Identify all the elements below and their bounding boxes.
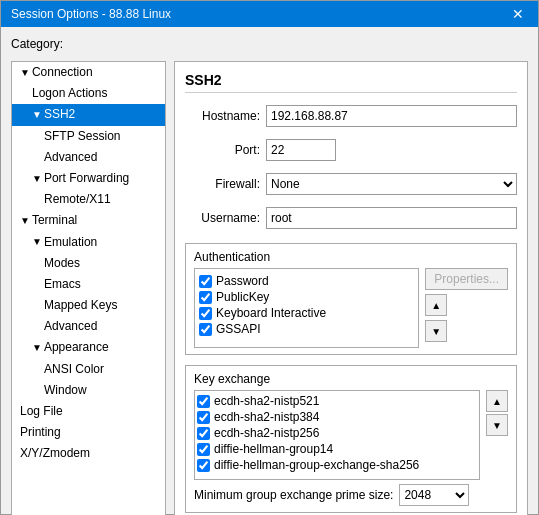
key-item-diffie-hellman-group-exchange-sha256[interactable]: diffie-hellman-group-exchange-sha256 (197, 457, 477, 473)
sidebar-item-mapped-keys[interactable]: Mapped Keys (12, 295, 165, 316)
auth-area: PasswordPublicKeyKeyboard InteractiveGSS… (194, 268, 508, 348)
key-label-ecdh-sha2-nistp384: ecdh-sha2-nistp384 (214, 410, 319, 424)
sidebar-item-terminal[interactable]: ▼Terminal (12, 210, 165, 231)
sidebar-item-remote-x11[interactable]: Remote/X11 (12, 189, 165, 210)
sidebar-item-label-ssh2: SSH2 (44, 105, 75, 124)
sidebar-item-label-printing: Printing (20, 423, 61, 442)
sidebar-item-connection[interactable]: ▼Connection (12, 62, 165, 83)
username-input[interactable] (266, 207, 517, 229)
auth-down-button[interactable]: ▼ (425, 320, 447, 342)
sidebar-item-printing[interactable]: Printing (12, 422, 165, 443)
auth-label-keyboard-interactive: Keyboard Interactive (216, 306, 326, 320)
key-checkbox-ecdh-sha2-nistp384[interactable] (197, 411, 210, 424)
sidebar-item-label-remote-x11: Remote/X11 (44, 190, 111, 209)
min-group-label: Minimum group exchange prime size: (194, 488, 393, 502)
key-item-ecdh-sha2-nistp256[interactable]: ecdh-sha2-nistp256 (197, 425, 477, 441)
sidebar-item-label-logon-actions: Logon Actions (32, 84, 107, 103)
min-group-select[interactable]: 102420484096 (399, 484, 469, 506)
auth-list: PasswordPublicKeyKeyboard InteractiveGSS… (194, 268, 419, 348)
auth-checkbox-publickey[interactable] (199, 291, 212, 304)
main-panel: SSH2 Hostname: Port: Firewall: NoneSOCKS… (174, 61, 528, 515)
sidebar-item-sftp-session[interactable]: SFTP Session (12, 126, 165, 147)
sidebar-item-modes[interactable]: Modes (12, 253, 165, 274)
port-input[interactable] (266, 139, 336, 161)
firewall-row: Firewall: NoneSOCKS5HTTP (185, 173, 517, 195)
hostname-input[interactable] (266, 105, 517, 127)
sidebar-item-label-terminal: Terminal (32, 211, 77, 230)
key-item-ecdh-sha2-nistp521[interactable]: ecdh-sha2-nistp521 (197, 393, 477, 409)
sidebar-item-label-advanced-terminal: Advanced (44, 317, 97, 336)
key-item-diffie-hellman-group14[interactable]: diffie-hellman-group14 (197, 441, 477, 457)
auth-item-password[interactable]: Password (199, 273, 414, 289)
key-item-ecdh-sha2-nistp384[interactable]: ecdh-sha2-nistp384 (197, 409, 477, 425)
properties-button[interactable]: Properties... (425, 268, 508, 290)
sidebar: ▼ConnectionLogon Actions▼SSH2SFTP Sessio… (11, 61, 166, 515)
key-down-button[interactable]: ▼ (486, 414, 508, 436)
sidebar-item-emacs[interactable]: Emacs (12, 274, 165, 295)
auth-item-publickey[interactable]: PublicKey (199, 289, 414, 305)
auth-checkbox-password[interactable] (199, 275, 212, 288)
auth-label-password: Password (216, 274, 269, 288)
key-exchange-buttons: ▲ ▼ (486, 390, 508, 480)
key-exchange-title: Key exchange (194, 372, 508, 386)
panel-title: SSH2 (185, 72, 517, 93)
sidebar-item-logon-actions[interactable]: Logon Actions (12, 83, 165, 104)
sidebar-item-label-emulation: Emulation (44, 233, 97, 252)
key-exchange-section: Key exchange ecdh-sha2-nistp521ecdh-sha2… (185, 365, 517, 513)
port-row: Port: (185, 139, 517, 161)
sidebar-item-label-mapped-keys: Mapped Keys (44, 296, 117, 315)
sidebar-item-label-advanced-ssh: Advanced (44, 148, 97, 167)
sidebar-item-emulation[interactable]: ▼Emulation (12, 232, 165, 253)
sidebar-item-label-ansi-color: ANSI Color (44, 360, 104, 379)
key-checkbox-ecdh-sha2-nistp521[interactable] (197, 395, 210, 408)
sidebar-item-xyz-modem[interactable]: X/Y/Zmodem (12, 443, 165, 464)
sidebar-item-advanced-ssh[interactable]: Advanced (12, 147, 165, 168)
min-group-row: Minimum group exchange prime size: 10242… (194, 484, 508, 506)
sidebar-item-window[interactable]: Window (12, 380, 165, 401)
port-label: Port: (185, 143, 260, 157)
hostname-row: Hostname: (185, 105, 517, 127)
sidebar-item-port-forwarding[interactable]: ▼Port Forwarding (12, 168, 165, 189)
auth-checkbox-gssapi[interactable] (199, 323, 212, 336)
key-checkbox-diffie-hellman-group14[interactable] (197, 443, 210, 456)
key-up-button[interactable]: ▲ (486, 390, 508, 412)
firewall-label: Firewall: (185, 177, 260, 191)
key-checkbox-diffie-hellman-group-exchange-sha256[interactable] (197, 459, 210, 472)
sidebar-item-label-window: Window (44, 381, 87, 400)
sidebar-item-label-connection: Connection (32, 63, 93, 82)
username-label: Username: (185, 211, 260, 225)
auth-label-publickey: PublicKey (216, 290, 269, 304)
key-exchange-area: ecdh-sha2-nistp521ecdh-sha2-nistp384ecdh… (194, 390, 508, 480)
sidebar-item-ansi-color[interactable]: ANSI Color (12, 359, 165, 380)
sidebar-item-label-log-file: Log File (20, 402, 63, 421)
firewall-select[interactable]: NoneSOCKS5HTTP (266, 173, 517, 195)
auth-checkbox-keyboard-interactive[interactable] (199, 307, 212, 320)
close-button[interactable]: ✕ (508, 7, 528, 21)
key-label-ecdh-sha2-nistp256: ecdh-sha2-nistp256 (214, 426, 319, 440)
hostname-label: Hostname: (185, 109, 260, 123)
username-row: Username: (185, 207, 517, 229)
key-label-diffie-hellman-group14: diffie-hellman-group14 (214, 442, 333, 456)
auth-label-gssapi: GSSAPI (216, 322, 261, 336)
dialog-title: Session Options - 88.88 Linux (11, 7, 171, 21)
key-list: ecdh-sha2-nistp521ecdh-sha2-nistp384ecdh… (194, 390, 480, 480)
sidebar-item-log-file[interactable]: Log File (12, 401, 165, 422)
sidebar-item-label-port-forwarding: Port Forwarding (44, 169, 129, 188)
dialog-window: Session Options - 88.88 Linux ✕ Category… (0, 0, 539, 515)
sidebar-item-label-emacs: Emacs (44, 275, 81, 294)
authentication-section: Authentication PasswordPublicKeyKeyboard… (185, 243, 517, 355)
sidebar-item-advanced-terminal[interactable]: Advanced (12, 316, 165, 337)
key-label-diffie-hellman-group-exchange-sha256: diffie-hellman-group-exchange-sha256 (214, 458, 419, 472)
content-area: ▼ConnectionLogon Actions▼SSH2SFTP Sessio… (11, 61, 528, 515)
sidebar-item-label-xyz-modem: X/Y/Zmodem (20, 444, 90, 463)
auth-up-button[interactable]: ▲ (425, 294, 447, 316)
auth-item-gssapi[interactable]: GSSAPI (199, 321, 414, 337)
sidebar-item-ssh2[interactable]: ▼SSH2 (12, 104, 165, 125)
key-checkbox-ecdh-sha2-nistp256[interactable] (197, 427, 210, 440)
title-bar: Session Options - 88.88 Linux ✕ (1, 1, 538, 27)
sidebar-item-label-sftp-session: SFTP Session (44, 127, 120, 146)
key-label-ecdh-sha2-nistp521: ecdh-sha2-nistp521 (214, 394, 319, 408)
category-label: Category: (11, 37, 528, 51)
auth-item-keyboard-interactive[interactable]: Keyboard Interactive (199, 305, 414, 321)
sidebar-item-appearance[interactable]: ▼Appearance (12, 337, 165, 358)
